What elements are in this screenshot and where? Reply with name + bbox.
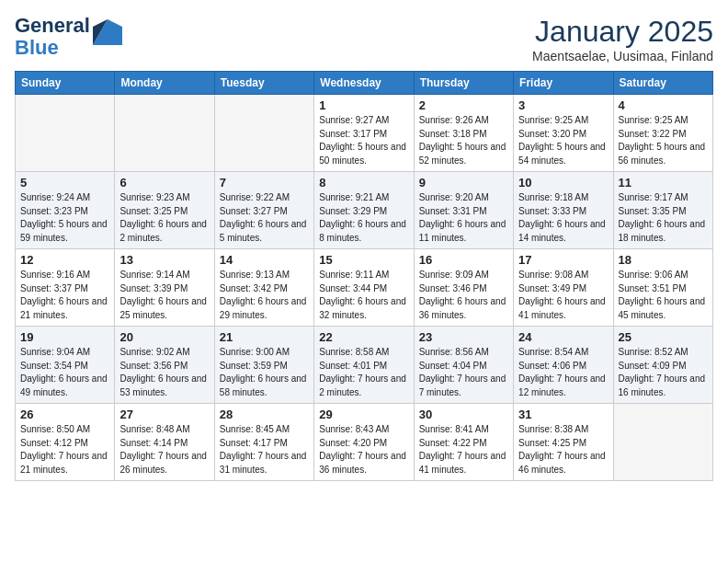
calendar-day-cell: 12Sunrise: 9:16 AM Sunset: 3:37 PM Dayli… [16, 249, 115, 327]
day-number: 17 [518, 253, 608, 267]
calendar-day-cell: 3Sunrise: 9:25 AM Sunset: 3:20 PM Daylig… [514, 95, 613, 172]
calendar-day-cell: 19Sunrise: 9:04 AM Sunset: 3:54 PM Dayli… [16, 327, 115, 404]
day-number: 24 [518, 330, 608, 344]
day-number: 5 [20, 176, 109, 190]
calendar-day-cell: 14Sunrise: 9:13 AM Sunset: 3:42 PM Dayli… [214, 249, 313, 327]
calendar-day-cell: 2Sunrise: 9:26 AM Sunset: 3:18 PM Daylig… [414, 95, 513, 172]
day-info: Sunrise: 9:06 AM Sunset: 3:51 PM Dayligh… [619, 269, 708, 322]
day-number: 18 [619, 253, 708, 267]
day-info: Sunrise: 8:52 AM Sunset: 4:09 PM Dayligh… [619, 346, 708, 399]
day-info: Sunrise: 8:43 AM Sunset: 4:20 PM Dayligh… [319, 423, 408, 477]
location: Maentsaelae, Uusimaa, Finland [532, 49, 713, 63]
day-number: 25 [619, 330, 708, 344]
logo-blue: Blue [15, 36, 59, 59]
calendar-week-row: 1Sunrise: 9:27 AM Sunset: 3:17 PM Daylig… [16, 95, 713, 172]
calendar-day-cell [613, 404, 712, 481]
day-number: 23 [419, 330, 508, 344]
day-number: 9 [419, 176, 508, 190]
day-number: 20 [119, 330, 209, 344]
calendar-day-cell: 10Sunrise: 9:18 AM Sunset: 3:33 PM Dayli… [514, 172, 613, 249]
calendar-day-cell: 20Sunrise: 9:02 AM Sunset: 3:56 PM Dayli… [115, 327, 214, 404]
calendar-day-cell: 13Sunrise: 9:14 AM Sunset: 3:39 PM Dayli… [115, 249, 214, 327]
month-year: January 2025 [532, 15, 713, 49]
day-number: 7 [220, 176, 309, 190]
day-number: 6 [119, 176, 209, 190]
day-number: 13 [119, 253, 209, 267]
day-info: Sunrise: 9:23 AM Sunset: 3:25 PM Dayligh… [119, 191, 209, 245]
day-info: Sunrise: 8:56 AM Sunset: 4:04 PM Dayligh… [419, 346, 508, 399]
day-info: Sunrise: 9:11 AM Sunset: 3:44 PM Dayligh… [319, 269, 408, 322]
calendar-day-cell: 8Sunrise: 9:21 AM Sunset: 3:29 PM Daylig… [314, 172, 414, 249]
calendar-day-cell: 9Sunrise: 9:20 AM Sunset: 3:31 PM Daylig… [414, 172, 513, 249]
calendar-day-cell: 7Sunrise: 9:22 AM Sunset: 3:27 PM Daylig… [214, 172, 313, 249]
day-number: 3 [518, 98, 608, 112]
day-header-wednesday: Wednesday [314, 72, 414, 95]
calendar-day-cell: 17Sunrise: 9:08 AM Sunset: 3:49 PM Dayli… [514, 249, 613, 327]
calendar-day-cell: 4Sunrise: 9:25 AM Sunset: 3:22 PM Daylig… [613, 95, 712, 172]
calendar-day-cell: 18Sunrise: 9:06 AM Sunset: 3:51 PM Dayli… [613, 249, 712, 327]
calendar-week-row: 12Sunrise: 9:16 AM Sunset: 3:37 PM Dayli… [16, 249, 713, 327]
day-number: 16 [419, 253, 508, 267]
calendar-day-cell: 31Sunrise: 8:38 AM Sunset: 4:25 PM Dayli… [514, 404, 613, 481]
day-number: 14 [220, 253, 309, 267]
day-info: Sunrise: 9:18 AM Sunset: 3:33 PM Dayligh… [518, 191, 608, 245]
calendar-day-cell: 30Sunrise: 8:41 AM Sunset: 4:22 PM Dayli… [414, 404, 513, 481]
day-info: Sunrise: 9:17 AM Sunset: 3:35 PM Dayligh… [619, 191, 708, 245]
day-info: Sunrise: 9:02 AM Sunset: 3:56 PM Dayligh… [119, 346, 209, 399]
day-number: 22 [319, 330, 408, 344]
calendar-day-cell [16, 95, 115, 172]
calendar-day-cell: 22Sunrise: 8:58 AM Sunset: 4:01 PM Dayli… [314, 327, 414, 404]
day-number: 19 [20, 330, 109, 344]
calendar-day-cell: 15Sunrise: 9:11 AM Sunset: 3:44 PM Dayli… [314, 249, 414, 327]
calendar-day-cell: 16Sunrise: 9:09 AM Sunset: 3:46 PM Dayli… [414, 249, 513, 327]
day-number: 28 [220, 408, 309, 421]
day-info: Sunrise: 9:08 AM Sunset: 3:49 PM Dayligh… [518, 269, 608, 322]
calendar-day-cell: 5Sunrise: 9:24 AM Sunset: 3:23 PM Daylig… [16, 172, 115, 249]
day-number: 1 [319, 98, 408, 112]
day-header-sunday: Sunday [16, 72, 115, 95]
day-info: Sunrise: 8:38 AM Sunset: 4:25 PM Dayligh… [518, 423, 608, 477]
day-number: 31 [518, 408, 608, 421]
day-info: Sunrise: 8:41 AM Sunset: 4:22 PM Dayligh… [419, 423, 508, 477]
day-info: Sunrise: 9:13 AM Sunset: 3:42 PM Dayligh… [220, 269, 309, 322]
calendar-day-cell [214, 95, 313, 172]
day-header-friday: Friday [514, 72, 613, 95]
day-number: 12 [20, 253, 109, 267]
calendar-week-row: 26Sunrise: 8:50 AM Sunset: 4:12 PM Dayli… [16, 404, 713, 481]
day-info: Sunrise: 8:48 AM Sunset: 4:14 PM Dayligh… [119, 423, 209, 477]
logo: General Blue [15, 15, 122, 59]
calendar-day-cell [115, 95, 214, 172]
logo-general: General [15, 14, 90, 37]
calendar-day-cell: 24Sunrise: 8:54 AM Sunset: 4:06 PM Dayli… [514, 327, 613, 404]
calendar-day-cell: 11Sunrise: 9:17 AM Sunset: 3:35 PM Dayli… [613, 172, 712, 249]
day-number: 21 [220, 330, 309, 344]
calendar-day-cell: 6Sunrise: 9:23 AM Sunset: 3:25 PM Daylig… [115, 172, 214, 249]
day-info: Sunrise: 9:21 AM Sunset: 3:29 PM Dayligh… [319, 191, 408, 245]
calendar-week-row: 5Sunrise: 9:24 AM Sunset: 3:23 PM Daylig… [16, 172, 713, 249]
title-block: January 2025 Maentsaelae, Uusimaa, Finla… [532, 15, 713, 63]
day-info: Sunrise: 8:54 AM Sunset: 4:06 PM Dayligh… [518, 346, 608, 399]
day-info: Sunrise: 8:50 AM Sunset: 4:12 PM Dayligh… [20, 423, 109, 477]
day-number: 11 [619, 176, 708, 190]
logo-icon [93, 19, 122, 45]
day-header-monday: Monday [115, 72, 214, 95]
calendar-day-cell: 26Sunrise: 8:50 AM Sunset: 4:12 PM Dayli… [16, 404, 115, 481]
day-number: 4 [619, 98, 708, 112]
page-header: General Blue January 2025 Maentsaelae, U… [15, 15, 713, 63]
day-header-tuesday: Tuesday [214, 72, 313, 95]
calendar-week-row: 19Sunrise: 9:04 AM Sunset: 3:54 PM Dayli… [16, 327, 713, 404]
day-number: 10 [518, 176, 608, 190]
day-number: 15 [319, 253, 408, 267]
day-info: Sunrise: 9:14 AM Sunset: 3:39 PM Dayligh… [119, 269, 209, 322]
day-info: Sunrise: 9:22 AM Sunset: 3:27 PM Dayligh… [220, 191, 309, 245]
calendar-table: SundayMondayTuesdayWednesdayThursdayFrid… [15, 71, 713, 481]
calendar-day-cell: 23Sunrise: 8:56 AM Sunset: 4:04 PM Dayli… [414, 327, 513, 404]
day-info: Sunrise: 8:58 AM Sunset: 4:01 PM Dayligh… [319, 346, 408, 399]
calendar-header-row: SundayMondayTuesdayWednesdayThursdayFrid… [16, 72, 713, 95]
calendar-day-cell: 1Sunrise: 9:27 AM Sunset: 3:17 PM Daylig… [314, 95, 414, 172]
calendar-day-cell: 27Sunrise: 8:48 AM Sunset: 4:14 PM Dayli… [115, 404, 214, 481]
calendar-day-cell: 28Sunrise: 8:45 AM Sunset: 4:17 PM Dayli… [214, 404, 313, 481]
day-number: 29 [319, 408, 408, 421]
day-info: Sunrise: 9:27 AM Sunset: 3:17 PM Dayligh… [319, 114, 408, 167]
day-info: Sunrise: 9:16 AM Sunset: 3:37 PM Dayligh… [20, 269, 109, 322]
